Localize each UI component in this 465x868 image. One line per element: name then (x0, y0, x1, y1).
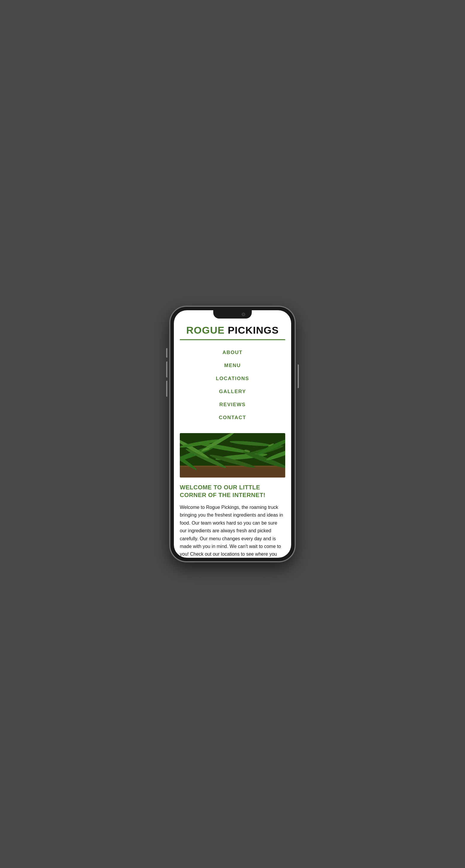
camera-icon (242, 313, 245, 316)
nav-item-contact[interactable]: CONTACT (213, 411, 252, 424)
nav-item-menu[interactable]: MENU (218, 359, 247, 372)
svg-rect-2 (180, 466, 285, 467)
phone-notch (213, 310, 252, 318)
volume-mute-button (166, 348, 167, 358)
title-pickings: PICKINGS (225, 324, 279, 336)
screen-content[interactable]: ROGUE PICKINGS ABOUT MENU LOCATIONS GALL… (174, 310, 291, 558)
power-button (298, 365, 299, 388)
phone-screen: ROGUE PICKINGS ABOUT MENU LOCATIONS GALL… (174, 310, 291, 558)
nav-item-about[interactable]: ABOUT (216, 346, 249, 359)
nav-item-gallery[interactable]: GALLERY (213, 385, 252, 398)
svg-rect-1 (180, 466, 285, 477)
title-rogue: ROGUE (186, 324, 225, 336)
nav-item-locations[interactable]: LOCATIONS (210, 372, 255, 385)
navigation-menu: ABOUT MENU LOCATIONS GALLERY REVIEWS CON… (174, 340, 291, 430)
nav-item-reviews[interactable]: REVIEWS (213, 398, 252, 411)
welcome-body: Welcome to Rogue Pickings, the roaming t… (180, 503, 285, 558)
volume-up-button (166, 362, 167, 377)
site-header: ROGUE PICKINGS (174, 319, 291, 335)
phone-frame: ROGUE PICKINGS ABOUT MENU LOCATIONS GALL… (170, 307, 295, 561)
site-title: ROGUE PICKINGS (180, 325, 285, 335)
welcome-section: WELCOME TO OUR LITTLE CORNER OF THE INTE… (174, 477, 291, 558)
volume-down-button (166, 381, 167, 397)
welcome-heading: WELCOME TO OUR LITTLE CORNER OF THE INTE… (180, 484, 285, 499)
hero-image (180, 433, 285, 477)
